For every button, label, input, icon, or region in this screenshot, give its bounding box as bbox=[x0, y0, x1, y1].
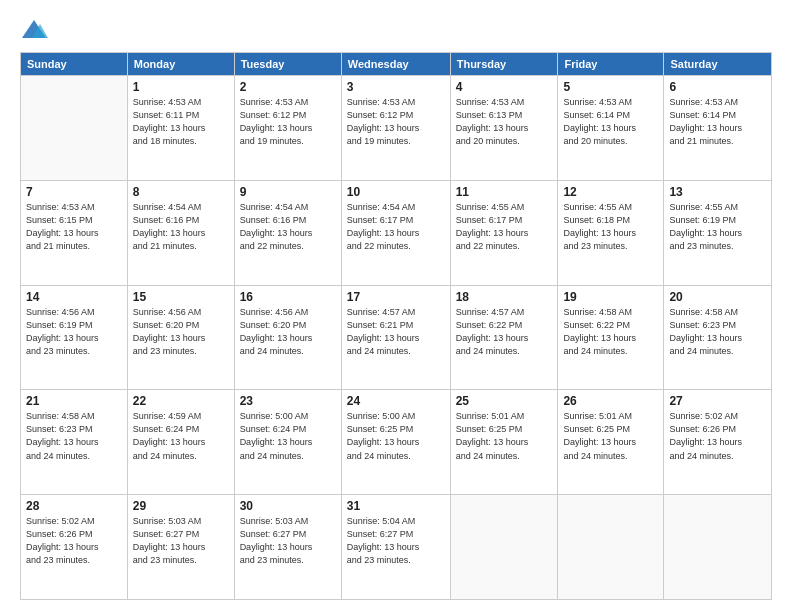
day-number: 15 bbox=[133, 290, 229, 304]
day-number: 25 bbox=[456, 394, 553, 408]
header-cell-tuesday: Tuesday bbox=[234, 53, 341, 76]
day-cell: 5Sunrise: 4:53 AMSunset: 6:14 PMDaylight… bbox=[558, 76, 664, 181]
day-number: 13 bbox=[669, 185, 766, 199]
day-cell: 21Sunrise: 4:58 AMSunset: 6:23 PMDayligh… bbox=[21, 390, 128, 495]
calendar-body: 1Sunrise: 4:53 AMSunset: 6:11 PMDaylight… bbox=[21, 76, 772, 600]
day-info: Sunrise: 4:55 AMSunset: 6:18 PMDaylight:… bbox=[563, 201, 658, 253]
day-info: Sunrise: 4:57 AMSunset: 6:21 PMDaylight:… bbox=[347, 306, 445, 358]
day-cell: 28Sunrise: 5:02 AMSunset: 6:26 PMDayligh… bbox=[21, 495, 128, 600]
header-cell-wednesday: Wednesday bbox=[341, 53, 450, 76]
day-cell: 13Sunrise: 4:55 AMSunset: 6:19 PMDayligh… bbox=[664, 180, 772, 285]
day-number: 2 bbox=[240, 80, 336, 94]
day-info: Sunrise: 4:55 AMSunset: 6:17 PMDaylight:… bbox=[456, 201, 553, 253]
day-number: 27 bbox=[669, 394, 766, 408]
day-number: 22 bbox=[133, 394, 229, 408]
day-number: 4 bbox=[456, 80, 553, 94]
day-info: Sunrise: 5:01 AMSunset: 6:25 PMDaylight:… bbox=[456, 410, 553, 462]
day-number: 24 bbox=[347, 394, 445, 408]
day-number: 30 bbox=[240, 499, 336, 513]
day-number: 9 bbox=[240, 185, 336, 199]
day-info: Sunrise: 4:53 AMSunset: 6:13 PMDaylight:… bbox=[456, 96, 553, 148]
day-cell: 19Sunrise: 4:58 AMSunset: 6:22 PMDayligh… bbox=[558, 285, 664, 390]
day-number: 16 bbox=[240, 290, 336, 304]
day-cell: 2Sunrise: 4:53 AMSunset: 6:12 PMDaylight… bbox=[234, 76, 341, 181]
logo bbox=[20, 18, 52, 42]
day-cell: 1Sunrise: 4:53 AMSunset: 6:11 PMDaylight… bbox=[127, 76, 234, 181]
day-cell: 17Sunrise: 4:57 AMSunset: 6:21 PMDayligh… bbox=[341, 285, 450, 390]
day-number: 28 bbox=[26, 499, 122, 513]
day-number: 6 bbox=[669, 80, 766, 94]
day-info: Sunrise: 4:53 AMSunset: 6:14 PMDaylight:… bbox=[669, 96, 766, 148]
day-info: Sunrise: 4:53 AMSunset: 6:12 PMDaylight:… bbox=[240, 96, 336, 148]
day-info: Sunrise: 4:58 AMSunset: 6:23 PMDaylight:… bbox=[26, 410, 122, 462]
day-info: Sunrise: 5:01 AMSunset: 6:25 PMDaylight:… bbox=[563, 410, 658, 462]
day-info: Sunrise: 4:57 AMSunset: 6:22 PMDaylight:… bbox=[456, 306, 553, 358]
header-cell-friday: Friday bbox=[558, 53, 664, 76]
day-info: Sunrise: 4:53 AMSunset: 6:14 PMDaylight:… bbox=[563, 96, 658, 148]
day-info: Sunrise: 4:53 AMSunset: 6:11 PMDaylight:… bbox=[133, 96, 229, 148]
day-cell: 23Sunrise: 5:00 AMSunset: 6:24 PMDayligh… bbox=[234, 390, 341, 495]
day-number: 21 bbox=[26, 394, 122, 408]
day-number: 3 bbox=[347, 80, 445, 94]
day-cell bbox=[21, 76, 128, 181]
day-number: 12 bbox=[563, 185, 658, 199]
day-cell: 15Sunrise: 4:56 AMSunset: 6:20 PMDayligh… bbox=[127, 285, 234, 390]
week-row-3: 21Sunrise: 4:58 AMSunset: 6:23 PMDayligh… bbox=[21, 390, 772, 495]
day-info: Sunrise: 5:03 AMSunset: 6:27 PMDaylight:… bbox=[240, 515, 336, 567]
day-cell: 29Sunrise: 5:03 AMSunset: 6:27 PMDayligh… bbox=[127, 495, 234, 600]
day-number: 26 bbox=[563, 394, 658, 408]
week-row-2: 14Sunrise: 4:56 AMSunset: 6:19 PMDayligh… bbox=[21, 285, 772, 390]
day-cell: 14Sunrise: 4:56 AMSunset: 6:19 PMDayligh… bbox=[21, 285, 128, 390]
day-number: 29 bbox=[133, 499, 229, 513]
day-number: 1 bbox=[133, 80, 229, 94]
day-number: 7 bbox=[26, 185, 122, 199]
day-info: Sunrise: 4:54 AMSunset: 6:16 PMDaylight:… bbox=[133, 201, 229, 253]
day-cell: 16Sunrise: 4:56 AMSunset: 6:20 PMDayligh… bbox=[234, 285, 341, 390]
day-info: Sunrise: 4:56 AMSunset: 6:19 PMDaylight:… bbox=[26, 306, 122, 358]
day-cell: 12Sunrise: 4:55 AMSunset: 6:18 PMDayligh… bbox=[558, 180, 664, 285]
day-cell: 20Sunrise: 4:58 AMSunset: 6:23 PMDayligh… bbox=[664, 285, 772, 390]
day-info: Sunrise: 4:56 AMSunset: 6:20 PMDaylight:… bbox=[133, 306, 229, 358]
day-info: Sunrise: 5:00 AMSunset: 6:24 PMDaylight:… bbox=[240, 410, 336, 462]
day-info: Sunrise: 4:59 AMSunset: 6:24 PMDaylight:… bbox=[133, 410, 229, 462]
day-cell: 18Sunrise: 4:57 AMSunset: 6:22 PMDayligh… bbox=[450, 285, 558, 390]
day-cell: 22Sunrise: 4:59 AMSunset: 6:24 PMDayligh… bbox=[127, 390, 234, 495]
calendar-header: SundayMondayTuesdayWednesdayThursdayFrid… bbox=[21, 53, 772, 76]
day-number: 8 bbox=[133, 185, 229, 199]
day-cell: 27Sunrise: 5:02 AMSunset: 6:26 PMDayligh… bbox=[664, 390, 772, 495]
day-number: 23 bbox=[240, 394, 336, 408]
day-cell: 31Sunrise: 5:04 AMSunset: 6:27 PMDayligh… bbox=[341, 495, 450, 600]
day-info: Sunrise: 4:58 AMSunset: 6:23 PMDaylight:… bbox=[669, 306, 766, 358]
header-cell-monday: Monday bbox=[127, 53, 234, 76]
day-cell: 9Sunrise: 4:54 AMSunset: 6:16 PMDaylight… bbox=[234, 180, 341, 285]
day-info: Sunrise: 4:53 AMSunset: 6:15 PMDaylight:… bbox=[26, 201, 122, 253]
day-cell: 10Sunrise: 4:54 AMSunset: 6:17 PMDayligh… bbox=[341, 180, 450, 285]
day-cell: 30Sunrise: 5:03 AMSunset: 6:27 PMDayligh… bbox=[234, 495, 341, 600]
day-number: 31 bbox=[347, 499, 445, 513]
day-number: 17 bbox=[347, 290, 445, 304]
week-row-1: 7Sunrise: 4:53 AMSunset: 6:15 PMDaylight… bbox=[21, 180, 772, 285]
day-info: Sunrise: 4:54 AMSunset: 6:17 PMDaylight:… bbox=[347, 201, 445, 253]
day-info: Sunrise: 5:04 AMSunset: 6:27 PMDaylight:… bbox=[347, 515, 445, 567]
header-cell-sunday: Sunday bbox=[21, 53, 128, 76]
day-info: Sunrise: 4:53 AMSunset: 6:12 PMDaylight:… bbox=[347, 96, 445, 148]
page: SundayMondayTuesdayWednesdayThursdayFrid… bbox=[0, 0, 792, 612]
day-info: Sunrise: 4:56 AMSunset: 6:20 PMDaylight:… bbox=[240, 306, 336, 358]
day-info: Sunrise: 5:00 AMSunset: 6:25 PMDaylight:… bbox=[347, 410, 445, 462]
day-info: Sunrise: 4:55 AMSunset: 6:19 PMDaylight:… bbox=[669, 201, 766, 253]
day-cell: 4Sunrise: 4:53 AMSunset: 6:13 PMDaylight… bbox=[450, 76, 558, 181]
header bbox=[20, 18, 772, 42]
day-number: 10 bbox=[347, 185, 445, 199]
day-info: Sunrise: 4:58 AMSunset: 6:22 PMDaylight:… bbox=[563, 306, 658, 358]
day-cell: 26Sunrise: 5:01 AMSunset: 6:25 PMDayligh… bbox=[558, 390, 664, 495]
day-cell: 25Sunrise: 5:01 AMSunset: 6:25 PMDayligh… bbox=[450, 390, 558, 495]
day-cell: 24Sunrise: 5:00 AMSunset: 6:25 PMDayligh… bbox=[341, 390, 450, 495]
day-number: 18 bbox=[456, 290, 553, 304]
day-info: Sunrise: 5:03 AMSunset: 6:27 PMDaylight:… bbox=[133, 515, 229, 567]
day-number: 11 bbox=[456, 185, 553, 199]
day-cell: 6Sunrise: 4:53 AMSunset: 6:14 PMDaylight… bbox=[664, 76, 772, 181]
header-row: SundayMondayTuesdayWednesdayThursdayFrid… bbox=[21, 53, 772, 76]
day-cell: 8Sunrise: 4:54 AMSunset: 6:16 PMDaylight… bbox=[127, 180, 234, 285]
day-cell: 11Sunrise: 4:55 AMSunset: 6:17 PMDayligh… bbox=[450, 180, 558, 285]
header-cell-thursday: Thursday bbox=[450, 53, 558, 76]
